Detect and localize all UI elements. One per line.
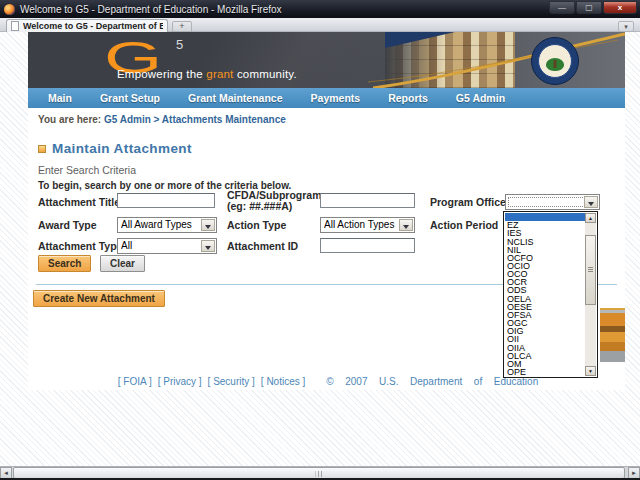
tab-title: Welcome to G5 - Department of Edu... (23, 21, 163, 31)
g5-logo-superscript: 5 (176, 37, 183, 52)
nav-item-grant-setup[interactable]: Grant Setup (86, 88, 174, 108)
decorative-photo-fragment (600, 308, 625, 362)
page-icon (11, 21, 19, 31)
window-title: Welcome to G5 - Department of Education … (20, 4, 282, 15)
dropdown-option[interactable]: OIIA (505, 344, 585, 352)
dropdown-option[interactable]: OPE (505, 368, 585, 376)
action-type-label: Action Type (227, 220, 286, 230)
clear-button[interactable]: Clear (100, 255, 145, 272)
dropdown-option[interactable]: OGC (505, 319, 585, 327)
attachment-title-input[interactable] (117, 193, 215, 208)
dropdown-option[interactable]: OIG (505, 327, 585, 335)
dropdown-option[interactable]: ODS (505, 286, 585, 294)
chevron-down-icon[interactable] (584, 196, 598, 208)
banner-tagline: Empowering the grant community. (117, 68, 297, 80)
attachment-type-label: Attachment Type (38, 241, 122, 251)
footer-link-security[interactable]: [ Security ] (208, 376, 255, 387)
section-label: Enter Search Criteria (38, 164, 136, 176)
dropdown-option[interactable]: OFSA (505, 311, 585, 319)
footer-link-foia[interactable]: [ FOIA ] (118, 376, 152, 387)
program-office-dropdown-list: EZ IES NCLIS NIL OCFO OCIO OCO OCR ODS O… (503, 211, 598, 378)
program-office-label: Program Office (430, 197, 506, 207)
nav-item-g5-admin[interactable]: G5 Admin (442, 88, 519, 108)
dropdown-option[interactable]: OII (505, 335, 585, 343)
dropdown-option[interactable]: OCFO (505, 254, 585, 262)
browser-tab[interactable]: Welcome to G5 - Department of Edu... (6, 19, 168, 32)
cfda-hint: (eg: ##.###A) (227, 201, 292, 211)
chevron-down-icon[interactable] (399, 219, 413, 231)
dropdown-option[interactable]: OCR (505, 278, 585, 286)
nav-item-main[interactable]: Main (34, 88, 86, 108)
page-viewport: G 5 Empowering the grant community. Main… (0, 32, 640, 466)
dropdown-option-blank[interactable] (505, 213, 585, 221)
dropdown-option[interactable]: EZ (505, 221, 585, 229)
footer-link-privacy[interactable]: [ Privacy ] (158, 376, 202, 387)
browser-window: Welcome to G5 - Department of Education … (0, 0, 640, 480)
award-type-label: Award Type (38, 220, 97, 230)
attachment-id-input[interactable] (320, 238, 415, 253)
list-tabs-button[interactable]: ▾ (618, 21, 634, 32)
page-title: Maintain Attachment (38, 141, 192, 156)
main-navigation: Main Grant Setup Grant Maintenance Payme… (28, 88, 625, 108)
cfda-input[interactable] (320, 193, 415, 208)
attachment-type-select[interactable]: All (117, 238, 217, 254)
site-banner: G 5 Empowering the grant community. (28, 32, 625, 88)
attachment-id-label: Attachment ID (227, 241, 298, 251)
scroll-up-icon[interactable]: ▲ (585, 213, 596, 223)
chevron-down-icon[interactable] (201, 240, 215, 252)
program-office-select[interactable] (505, 194, 600, 210)
award-type-select[interactable]: All Award Types (117, 217, 217, 233)
chevron-down-icon[interactable] (201, 219, 215, 231)
nav-item-payments[interactable]: Payments (297, 88, 375, 108)
close-button[interactable]: x (603, 1, 637, 14)
breadcrumb: You are here: G5 Admin > Attachments Mai… (38, 114, 286, 125)
tab-bar: Welcome to G5 - Department of Edu... + ▾ (0, 18, 640, 32)
dropdown-option[interactable]: OM (505, 360, 585, 368)
cfda-label: CFDA/Subprogram (227, 190, 322, 200)
dropdown-option[interactable]: OCO (505, 270, 585, 278)
window-titlebar: Welcome to G5 - Department of Education … (0, 0, 640, 18)
dropdown-option[interactable]: OELA (505, 295, 585, 303)
dropdown-option[interactable]: NIL (505, 246, 585, 254)
maximize-button[interactable]: ▢ (576, 1, 602, 14)
scroll-down-icon[interactable]: ▼ (585, 366, 596, 376)
horizontal-scrollbar[interactable]: ◄ ► (0, 466, 640, 478)
new-tab-button[interactable]: + (172, 21, 192, 32)
action-type-select[interactable]: All Action Types (320, 217, 415, 233)
nav-item-reports[interactable]: Reports (374, 88, 442, 108)
dropdown-option[interactable]: IES (505, 229, 585, 237)
firefox-icon (4, 4, 15, 15)
dropdown-option[interactable]: OESE (505, 303, 585, 311)
action-period-label: Action Period (430, 220, 498, 230)
dropdown-option[interactable]: OLCA (505, 352, 585, 360)
breadcrumb-path[interactable]: G5 Admin > Attachments Maintenance (104, 114, 286, 125)
square-bullet-icon (38, 145, 46, 153)
scrollbar-thumb[interactable] (585, 235, 596, 305)
create-new-attachment-button[interactable]: Create New Attachment (33, 290, 165, 307)
dropdown-option[interactable]: OCIO (505, 262, 585, 270)
dropdown-option[interactable]: NCLIS (505, 237, 585, 245)
department-of-education-seal (531, 37, 579, 85)
minimize-button[interactable]: — (549, 1, 575, 14)
attachment-title-label: Attachment Title (38, 197, 120, 207)
footer-link-notices[interactable]: [ Notices ] (261, 376, 305, 387)
gold-swoosh (368, 32, 625, 88)
search-button[interactable]: Search (38, 255, 91, 272)
nav-item-grant-maintenance[interactable]: Grant Maintenance (174, 88, 297, 108)
dropdown-scrollbar[interactable]: ▲ ▼ (585, 213, 596, 376)
